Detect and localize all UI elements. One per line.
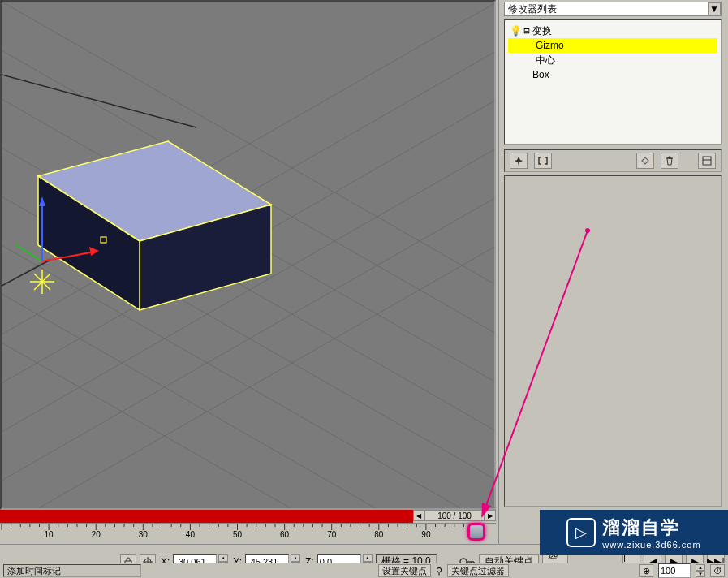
- set-key-button[interactable]: 设置关键点: [378, 564, 431, 577]
- chevron-down-icon[interactable]: ▼: [708, 2, 721, 15]
- ruler-tick-label: 30: [139, 530, 148, 539]
- ruler-tick-label: 50: [233, 530, 242, 539]
- lightbulb-icon: 💡: [510, 25, 521, 37]
- svg-rect-29: [703, 157, 711, 165]
- watermark-title: 溜溜自学: [602, 515, 700, 540]
- collapse-icon[interactable]: ⊟: [521, 25, 532, 37]
- brackets-icon: [538, 156, 548, 166]
- stack-label: 变换: [532, 24, 552, 38]
- rollout-area: [504, 175, 722, 507]
- svg-line-4: [2, 294, 496, 510]
- stack-item-center[interactable]: 中心: [508, 53, 717, 67]
- stack-item-box[interactable]: Box: [508, 67, 717, 82]
- config-icon: [702, 156, 712, 166]
- svg-line-23: [16, 245, 42, 261]
- modifier-stack[interactable]: 💡 ⊟ 变换 Gizmo 中心 Box: [504, 19, 722, 144]
- time-ruler[interactable]: 102030405060708090100: [0, 523, 496, 542]
- modifier-list-dropdown[interactable]: 修改器列表 ▼: [504, 2, 722, 16]
- ruler-tick-label: 80: [374, 530, 383, 539]
- remove-modifier-button[interactable]: [661, 153, 678, 169]
- pin-icon: [514, 156, 523, 166]
- key-filter-icon: ⚲: [436, 566, 442, 576]
- key-filter-button[interactable]: 关键点过滤器: [447, 564, 509, 577]
- svg-line-5: [2, 343, 496, 510]
- ruler-tick-label: 60: [280, 530, 289, 539]
- stack-label: Box: [532, 69, 549, 80]
- configure-modifier-sets-button[interactable]: [698, 153, 716, 169]
- pin-stack-button[interactable]: [510, 153, 528, 169]
- scroll-left-button[interactable]: ◀: [413, 510, 424, 521]
- trash-icon: [665, 156, 674, 166]
- modifier-dropdown-label: 修改器列表: [508, 2, 557, 16]
- svg-line-14: [2, 75, 196, 127]
- ruler-tick-label: 20: [92, 530, 101, 539]
- stack-item-gizmo[interactable]: Gizmo: [508, 38, 717, 53]
- stack-label: 中心: [536, 54, 555, 67]
- timeline-scrollbar: ◀ 100 / 100 ▶: [413, 510, 496, 523]
- stack-item-xform[interactable]: 💡 ⊟ 变换: [508, 24, 717, 38]
- watermark-url: www.zixue.3d66.com: [602, 540, 700, 550]
- play-logo-icon: ▷: [566, 518, 596, 547]
- box-object: [38, 141, 271, 310]
- viewport-3d[interactable]: [0, 0, 496, 510]
- svg-line-3: [2, 245, 496, 510]
- time-slider-handle[interactable]: [467, 523, 485, 541]
- timeline-track[interactable]: ◀ 100 / 100 ▶: [0, 510, 496, 523]
- ruler-tick-label: 70: [327, 530, 336, 539]
- show-end-result-button[interactable]: [534, 153, 552, 169]
- make-unique-button[interactable]: [636, 153, 654, 169]
- ruler-tick-label: 90: [421, 530, 430, 539]
- time-config-button[interactable]: ⏱: [710, 564, 725, 577]
- ruler-tick-label: 40: [186, 530, 195, 539]
- stack-toolbar: [504, 149, 722, 172]
- watermark-overlay: ▷ 溜溜自学 www.zixue.3d66.com: [540, 510, 728, 555]
- add-time-tag-button[interactable]: 添加时间标记: [3, 564, 141, 577]
- ruler-tick-label: 10: [45, 530, 54, 539]
- current-frame-input[interactable]: [658, 563, 691, 578]
- status-bar-row2: 添加时间标记 设置关键点 ⚲ 关键点过滤器 ⊕ ▲▼ ⏱: [0, 563, 728, 578]
- key-mode-button[interactable]: ⊕: [639, 564, 653, 577]
- svg-line-13: [2, 245, 496, 510]
- scroll-right-button[interactable]: ▶: [485, 510, 496, 521]
- modifier-panel: 修改器列表 ▼ 💡 ⊟ 变换 Gizmo 中心 Box: [498, 0, 728, 578]
- viewport-scene: [2, 2, 496, 510]
- frame-indicator: 100 / 100: [424, 510, 485, 521]
- stack-label: Gizmo: [536, 40, 564, 51]
- frame-spinner[interactable]: ▲▼: [696, 564, 705, 577]
- unique-icon: [640, 156, 650, 166]
